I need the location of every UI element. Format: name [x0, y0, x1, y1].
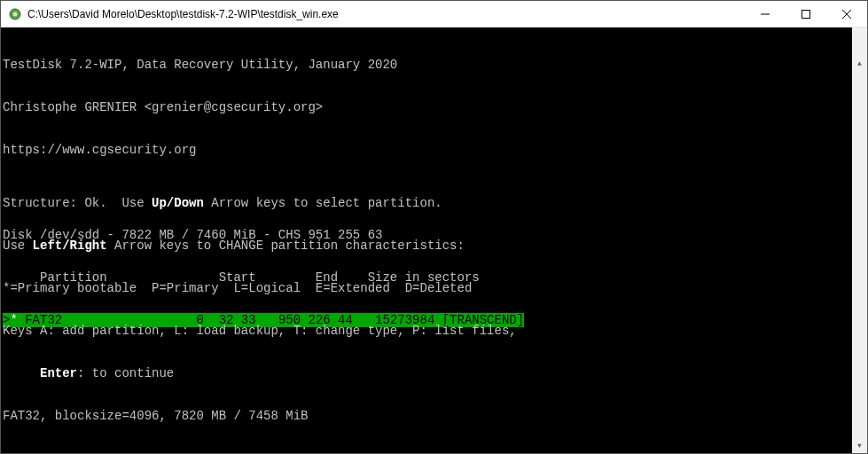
- header-line-2: Christophe GRENIER <grenier@cgsecurity.o…: [3, 100, 852, 114]
- vertical-scrollbar[interactable]: ▲ ▼: [852, 27, 867, 453]
- enter-key: Enter: [40, 366, 77, 380]
- window-titlebar: C:\Users\David Morelo\Desktop\testdisk-7…: [1, 1, 867, 27]
- header-line-1: TestDisk 7.2-WIP, Data Recovery Utility,…: [3, 58, 852, 72]
- structure-line: Structure: Ok. Use Up/Down Arrow keys to…: [3, 196, 517, 210]
- enter-line: Enter: to continue: [3, 366, 517, 380]
- scroll-up-icon[interactable]: ▲: [852, 56, 867, 71]
- fs-info: FAT32, blocksize=4096, 7820 MB / 7458 Mi…: [3, 409, 517, 423]
- console-area[interactable]: TestDisk 7.2-WIP, Data Recovery Utility,…: [1, 27, 867, 453]
- maximize-button[interactable]: [786, 1, 826, 27]
- footer-block: Structure: Ok. Use Up/Down Arrow keys to…: [3, 168, 517, 451]
- scroll-down-icon[interactable]: ▼: [852, 438, 867, 453]
- close-button[interactable]: [826, 1, 867, 27]
- leftright-line: Use Left/Right Arrow keys to CHANGE part…: [3, 239, 517, 253]
- keys-line: Keys A: add partition, L: load backup, T…: [3, 324, 517, 338]
- svg-point-1: [13, 12, 18, 16]
- leftright-key: Left/Right: [33, 239, 107, 253]
- app-icon: [8, 7, 22, 21]
- minimize-button[interactable]: [745, 1, 786, 27]
- window-title: C:\Users\David Morelo\Desktop\testdisk-7…: [27, 8, 745, 20]
- window-controls: [745, 1, 867, 27]
- updown-key: Up/Down: [152, 196, 204, 210]
- svg-rect-3: [802, 10, 810, 18]
- legend-line: *=Primary bootable P=Primary L=Logical E…: [3, 281, 517, 295]
- header-line-3: https://www.cgsecurity.org: [3, 143, 852, 157]
